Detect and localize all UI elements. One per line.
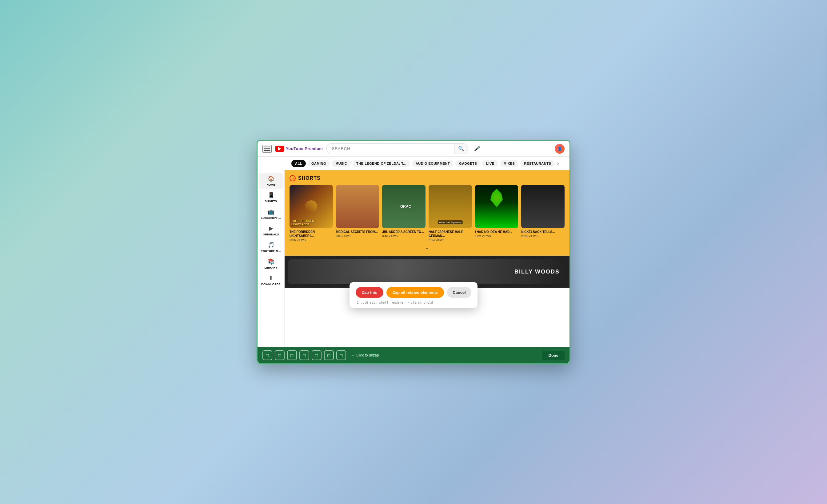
sidebar-item-home[interactable]: 🏠 HOME <box>259 173 283 189</box>
short-card-3[interactable]: GraC JBL ADDED A SCREEN TO... 3.4K VIEWS <box>382 185 426 241</box>
bottom-toolbar: ◻ ◻ ◻ ◻ ◻ ◻ ◻ ← Click to unzap Done <box>257 347 570 363</box>
camera-overlay: 📷 <box>477 224 480 227</box>
billy-woods-card[interactable]: BILLY WOODS <box>288 259 566 284</box>
thumb-overlay-3: GraC <box>384 204 426 209</box>
top-bar: YouTube Premium 🔍 🎤 👤 <box>257 141 570 157</box>
chevron-down-icon: ⌄ <box>425 244 430 251</box>
expand-shorts[interactable]: ⌄ <box>290 241 565 251</box>
search-bar: 🔍 <box>327 143 468 154</box>
zap-buttons-row: Zap this Zap all related elements Cancel <box>356 287 471 298</box>
zap-this-button[interactable]: Zap this <box>356 287 383 298</box>
category-all[interactable]: ALL <box>291 160 306 167</box>
home-icon: 🏠 <box>268 175 275 182</box>
originals-icon: ▶ <box>269 225 273 232</box>
sidebar-home-label: HOME <box>266 183 275 186</box>
browser-window: YouTube Premium 🔍 🎤 👤 ALL GAMING MUSIC T… <box>256 140 571 364</box>
short-card-1[interactable]: THE FORBIDDENLIGHTSABER THE FORBIDDEN LI… <box>290 185 333 241</box>
short-card-2[interactable]: MEDICAL SECRETS FROM... 90K VIEWS <box>336 185 379 241</box>
short-views-5: 1.2M VIEWS <box>475 234 519 237</box>
short-views-6: 282K VIEWS <box>521 234 565 237</box>
category-bar: ALL GAMING MUSIC THE LEGEND OF ZELDA: T.… <box>257 157 570 170</box>
toolbar-zap-icon-1[interactable]: ◻ <box>262 350 272 360</box>
short-thumb-6 <box>521 185 565 228</box>
library-icon: 📚 <box>268 258 275 265</box>
subscriptions-icon: 📺 <box>268 208 275 215</box>
short-title-1: THE FORBIDDEN LIGHTSABER I... <box>290 230 333 238</box>
sidebar-library-label: LIBRARY <box>264 266 278 269</box>
cancel-button[interactable]: Cancel <box>447 287 471 298</box>
short-thumb-1: THE FORBIDDENLIGHTSABER <box>290 185 333 228</box>
downloads-icon: ⬇ <box>269 275 273 281</box>
categories-next-button[interactable]: › <box>557 161 559 166</box>
short-thumb-3: GraC <box>382 185 426 228</box>
zap-selector-text: 2 .ytd-rich-shelf-renderer > :first-chil… <box>356 301 471 304</box>
toolbar-zap-icon-5[interactable]: ◻ <box>312 350 322 360</box>
sidebar-shorts-label: SHORTS <box>265 200 277 203</box>
toolbar-zap-icon-2[interactable]: ◻ <box>275 350 285 360</box>
short-thumb-5: 📷 <box>475 185 519 228</box>
short-views-2: 90K VIEWS <box>336 234 379 237</box>
thumb-overlay-1: THE FORBIDDENLIGHTSABER <box>291 219 314 226</box>
short-title-3: JBL ADDED A SCREEN TO... <box>382 230 426 234</box>
shorts-icon: 📱 <box>268 192 275 199</box>
toolbar-zap-icon-4[interactable]: ◻ <box>299 350 309 360</box>
shorts-title: SHORTS <box>298 175 321 181</box>
half-japanese-overlay: We're half Japanese <box>438 220 463 224</box>
toolbar-zap-icon-6[interactable]: ◻ <box>324 350 334 360</box>
short-views-3: 3.4K VIEWS <box>382 234 426 237</box>
sidebar: 🏠 HOME 📱 SHORTS 📺 SUBSCRIPTI... ▶ ORIGIN… <box>257 170 285 364</box>
short-views-1: 699K VIEWS <box>290 238 333 241</box>
youtube-music-icon: 🎵 <box>268 241 275 248</box>
click-to-unzap-label: ← Click to unzap <box>351 353 379 357</box>
sidebar-item-youtube-music[interactable]: 🎵 YOUTUBE M... <box>259 239 283 255</box>
short-thumb-2 <box>336 185 379 228</box>
sidebar-item-library[interactable]: 📚 LIBRARY <box>259 256 283 272</box>
hamburger-button[interactable] <box>262 145 272 153</box>
short-thumb-4: We're half Japanese <box>429 185 472 228</box>
sidebar-subscriptions-label: SUBSCRIPTI... <box>261 216 281 219</box>
logo-area: YouTube Premium <box>275 146 323 152</box>
sidebar-item-downloads[interactable]: ⬇ DOWNLOADS <box>259 272 283 288</box>
category-gadgets[interactable]: GADGETS <box>455 160 481 167</box>
microphone-button[interactable]: 🎤 <box>472 145 483 153</box>
shorts-header: SHORTS <box>290 175 565 181</box>
sidebar-item-shorts[interactable]: 📱 SHORTS <box>259 189 283 205</box>
search-button[interactable]: 🔍 <box>454 143 468 154</box>
youtube-logo-icon <box>275 146 284 152</box>
short-title-2: MEDICAL SECRETS FROM... <box>336 230 379 234</box>
shorts-section: SHORTS THE FORBIDDENLIGHTSABER THE FORBI… <box>285 170 570 256</box>
content-area: SHORTS THE FORBIDDENLIGHTSABER THE FORBI… <box>285 170 570 364</box>
sidebar-originals-label: ORIGINALS <box>263 233 279 236</box>
shorts-logo-icon <box>290 175 296 181</box>
done-button[interactable]: Done <box>542 351 565 360</box>
billy-woods-title: BILLY WOODS <box>515 269 560 275</box>
toolbar-zap-icon-7[interactable]: ◻ <box>336 350 346 360</box>
shorts-grid: THE FORBIDDENLIGHTSABER THE FORBIDDEN LI… <box>290 185 565 241</box>
short-title-4: HALF JAPANESE HALF GERMAN... <box>429 230 472 238</box>
category-audio[interactable]: AUDIO EQUIPMENT <box>412 160 453 167</box>
short-title-6: NICKELBACK TELLS... <box>521 230 565 234</box>
avatar[interactable]: 👤 <box>555 144 565 154</box>
short-title-5: I HAD NO IDEA HE HAD... <box>475 230 519 234</box>
short-views-4: 2.5M VIEWS <box>429 238 472 241</box>
zap-popup: Zap this Zap all related elements Cancel… <box>349 282 478 308</box>
category-live[interactable]: LIVE <box>482 160 498 167</box>
sidebar-downloads-label: DOWNLOADS <box>261 283 281 286</box>
short-card-6[interactable]: NICKELBACK TELLS... 282K VIEWS <box>521 185 565 241</box>
short-card-4[interactable]: We're half Japanese HALF JAPANESE HALF G… <box>429 185 472 241</box>
premium-label: YouTube Premium <box>286 146 323 151</box>
toolbar-zap-icon-3[interactable]: ◻ <box>287 350 297 360</box>
search-input[interactable] <box>327 146 454 151</box>
category-zelda[interactable]: THE LEGEND OF ZELDA: T... <box>352 160 410 167</box>
short-card-5[interactable]: 📷 I HAD NO IDEA HE HAD... 1.2M VIEWS <box>475 185 519 241</box>
zap-all-button[interactable]: Zap all related elements <box>386 287 444 298</box>
sidebar-youtube-music-label: YOUTUBE M... <box>261 249 281 253</box>
category-restaurants[interactable]: RESTAURANTS <box>520 160 555 167</box>
category-mixes[interactable]: MIXES <box>500 160 519 167</box>
sidebar-item-subscriptions[interactable]: 📺 SUBSCRIPTI... <box>259 206 283 222</box>
category-gaming[interactable]: GAMING <box>308 160 330 167</box>
category-music[interactable]: MUSIC <box>332 160 351 167</box>
sidebar-item-originals[interactable]: ▶ ORIGINALS <box>259 223 283 238</box>
main-area: 🏠 HOME 📱 SHORTS 📺 SUBSCRIPTI... ▶ ORIGIN… <box>257 170 570 364</box>
